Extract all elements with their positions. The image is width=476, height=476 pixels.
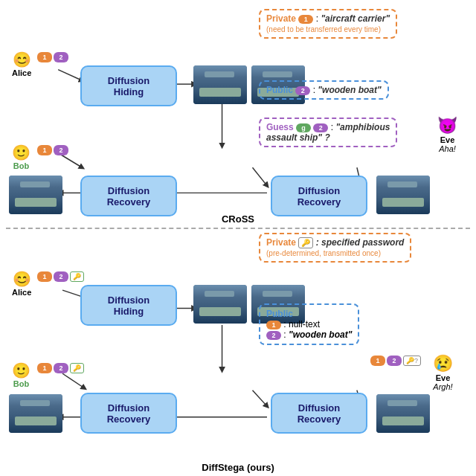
private-box-bottom: Private 🔑 : specified password (pre-dete… xyxy=(259,233,411,263)
diffusion-hiding-top: DiffusionHiding xyxy=(80,65,177,106)
diffusion-recovery-right-top: DiffusionRecovery xyxy=(271,176,367,216)
public-bubble-1-bottom: 1 xyxy=(266,321,281,329)
alice-bubble-2-bottom: 2 xyxy=(54,271,68,282)
diffusion-recovery-left-bottom: DiffusionRecovery xyxy=(80,393,177,434)
bob-bubble-1-bottom: 1 xyxy=(37,363,52,373)
public-bubble-2-bottom: 2 xyxy=(266,331,281,340)
private-key-icon-bottom: 🔑 xyxy=(298,237,313,248)
private-bubble: 1 xyxy=(298,15,313,24)
public-text-1-bottom: : null-text xyxy=(283,319,320,329)
public-bubble: 2 xyxy=(295,86,310,95)
eve-label-bottom: Eve xyxy=(436,373,451,382)
diffusion-hiding-label-top: DiffusionHiding xyxy=(108,75,149,97)
guess-bubble-2: 2 xyxy=(313,123,328,132)
ship-recovered-left xyxy=(9,176,62,214)
public-box-bottom: Public 1 : null-text 2 : "wooden boat" xyxy=(259,303,359,345)
bob-bubbles-bottom: 1 2 🔑 xyxy=(37,363,84,373)
diffstega-label-text: DiffStega (ours) xyxy=(202,462,274,473)
guess-label-top: Guess xyxy=(266,122,296,132)
alice-bubbles-top: 1 2 xyxy=(37,52,68,62)
guess-box-top: Guess g 2 : "amphibiousassault ship" ? xyxy=(259,118,397,147)
diffusion-hiding-label-bottom: DiffusionHiding xyxy=(108,295,149,317)
svg-line-9 xyxy=(62,373,84,388)
ship-after-hiding xyxy=(193,65,247,104)
svg-line-12 xyxy=(253,390,268,406)
bob-bubble-2: 2 xyxy=(54,145,68,155)
devil-icon-bottom: 😢 xyxy=(433,354,453,373)
ship-image-2 xyxy=(9,176,62,214)
alice-key-icon: 🔑 xyxy=(70,271,84,282)
ship-recovered-right-bottom xyxy=(376,394,430,433)
private-value: "aircraft carrier" xyxy=(321,13,390,24)
guess-bubble: g xyxy=(296,123,311,132)
ship-image-5 xyxy=(193,285,247,324)
alice-label-top: Alice xyxy=(12,68,31,77)
private-subtext-bottom: (pre-determined, transmitted once) xyxy=(266,249,381,257)
bob-face-icon-bottom: 🙂 xyxy=(12,361,30,379)
cross-label: CRoSS xyxy=(222,213,254,225)
public-text-2-bottom: : "wooden boat" xyxy=(283,329,352,340)
private-box-top: Private 1 : "aircraft carrier" (need to … xyxy=(259,9,397,39)
alice-label-bottom: Alice xyxy=(12,288,31,297)
ship-image-8 xyxy=(376,394,430,433)
eve-key-question-icon: 🔑? xyxy=(403,356,421,366)
alice-bubbles-bottom: 1 2 🔑 xyxy=(37,271,84,282)
bob-top: 🙂 Bob xyxy=(12,144,30,170)
ship-recovered-left-bottom xyxy=(9,394,62,433)
bottom-section: 😊 Alice 1 2 🔑 DiffusionHiding 🙂 Bob 1 2 … xyxy=(6,229,470,475)
diffusion-recovery-left-label-bottom: DiffusionRecovery xyxy=(107,402,151,425)
bob-bubble-1: 1 xyxy=(37,145,52,155)
alice-top: 😊 Alice xyxy=(12,51,31,77)
bob-bubble-2-bottom: 2 xyxy=(54,363,68,373)
eve-reaction-top: Aha! xyxy=(439,144,456,153)
svg-line-3 xyxy=(253,167,268,185)
svg-line-0 xyxy=(58,70,82,81)
main-container: 😊 Alice 1 2 DiffusionHiding 🙂 Bob 1 2 Di… xyxy=(0,0,476,476)
eve-reaction-bottom: Argh! xyxy=(433,382,452,391)
diffusion-recovery-right-label: DiffusionRecovery xyxy=(298,185,341,208)
private-subtext-top: (need to be transferred every time) xyxy=(266,25,381,33)
eve-top: 😈 Eve Aha! xyxy=(437,116,457,153)
bubble-2-alice: 2 xyxy=(54,52,68,62)
bottom-arrows xyxy=(6,229,470,475)
diffusion-recovery-right-label-bottom: DiffusionRecovery xyxy=(298,402,341,425)
diffusion-hiding-bottom: DiffusionHiding xyxy=(80,285,177,326)
eve-label-top: Eve xyxy=(440,135,455,144)
alice-bottom: 😊 Alice xyxy=(12,270,31,297)
public-label-bottom: Public xyxy=(266,309,293,319)
diffusion-recovery-left-label: DiffusionRecovery xyxy=(107,185,151,208)
eve-bottom: 😢 Eve Argh! xyxy=(433,354,453,391)
ship-image-6 xyxy=(9,394,62,433)
diffusion-recovery-right-bottom: DiffusionRecovery xyxy=(271,393,367,434)
alice-face-icon: 😊 xyxy=(13,51,31,68)
public-label-top: Public xyxy=(266,85,295,95)
eve-bubble-1: 1 xyxy=(370,356,385,366)
bob-label-top: Bob xyxy=(13,161,29,170)
private-label-bottom: Private xyxy=(266,237,298,248)
diffusion-recovery-left-top: DiffusionRecovery xyxy=(80,176,177,216)
bob-face-icon-top: 🙂 xyxy=(12,144,30,161)
ship-image-1 xyxy=(193,65,247,104)
private-label-top: Private xyxy=(266,13,298,24)
ship-image-3 xyxy=(376,176,430,214)
ship-right xyxy=(376,176,430,214)
bubble-1-alice: 1 xyxy=(37,52,52,62)
public-box-top: Public 2 : "wooden boat" xyxy=(259,80,389,100)
diffstega-label: DiffStega (ours) xyxy=(202,462,274,473)
bob-bottom: 🙂 Bob xyxy=(12,361,30,388)
bob-bubbles-top: 1 2 xyxy=(37,145,68,155)
top-section: 😊 Alice 1 2 DiffusionHiding 🙂 Bob 1 2 Di… xyxy=(6,6,470,229)
bob-label-bottom: Bob xyxy=(13,379,29,388)
public-value-top: "wooden boat" xyxy=(318,85,381,95)
alice-bubble-1-bottom: 1 xyxy=(37,271,52,282)
devil-icon-top: 😈 xyxy=(437,116,457,135)
bob-key-icon: 🔑 xyxy=(70,363,84,373)
eve-bubble-2: 2 xyxy=(387,356,402,366)
private-text-bottom: : specified password xyxy=(316,237,405,248)
eve-bubbles-bottom: 1 2 🔑? xyxy=(370,356,421,366)
ship-hiding-bottom xyxy=(193,285,247,324)
alice-face-icon-bottom: 😊 xyxy=(13,270,31,288)
